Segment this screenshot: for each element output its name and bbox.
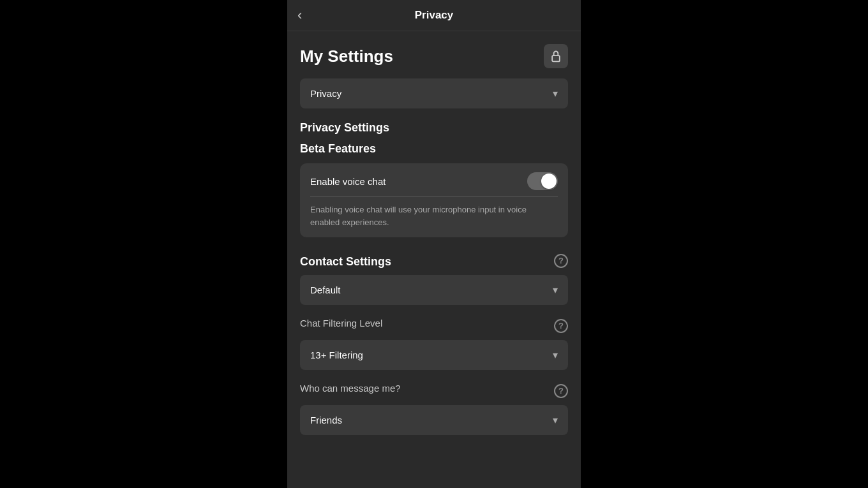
- category-dropdown-chevron: ▾: [553, 87, 558, 100]
- voice-chat-toggle-row: Enable voice chat: [310, 172, 558, 190]
- who-can-message-label: Who can message me?: [300, 383, 401, 394]
- beta-features-heading: Beta Features: [300, 142, 568, 156]
- voice-chat-label: Enable voice chat: [310, 176, 385, 187]
- voice-chat-toggle[interactable]: [527, 172, 558, 190]
- contact-settings-header-row: Contact Settings ?: [300, 253, 568, 269]
- back-button[interactable]: ‹: [297, 7, 302, 24]
- contact-settings-dropdown[interactable]: Default ▾: [300, 275, 568, 305]
- svg-rect-0: [552, 55, 560, 61]
- my-settings-title: My Settings: [300, 47, 393, 66]
- toggle-thumb: [541, 174, 557, 189]
- voice-chat-description: Enabling voice chat will use your microp…: [310, 205, 527, 227]
- who-can-message-header-row: Who can message me? ?: [300, 383, 568, 399]
- chat-filtering-label: Chat Filtering Level: [300, 318, 382, 329]
- main-content: My Settings Privacy ▾ Privacy Settings B…: [287, 31, 581, 488]
- chat-filtering-dropdown[interactable]: 13+ Filtering ▾: [300, 340, 568, 370]
- lock-button[interactable]: [544, 44, 568, 68]
- nav-bar: ‹ Privacy: [287, 0, 581, 31]
- contact-settings-dropdown-chevron: ▾: [553, 284, 558, 296]
- nav-title: Privacy: [415, 9, 454, 22]
- chat-filtering-dropdown-value: 13+ Filtering: [310, 350, 363, 360]
- my-settings-header: My Settings: [300, 44, 568, 68]
- contact-settings-dropdown-value: Default: [310, 285, 341, 295]
- beta-divider: [310, 196, 558, 197]
- who-can-message-dropdown[interactable]: Friends ▾: [300, 405, 568, 435]
- who-can-message-dropdown-chevron: ▾: [553, 414, 558, 426]
- category-dropdown-value: Privacy: [310, 88, 341, 99]
- contact-settings-heading: Contact Settings: [300, 255, 391, 269]
- beta-features-card: Enable voice chat Enabling voice chat wi…: [300, 163, 568, 237]
- lock-icon: [550, 50, 562, 63]
- category-dropdown[interactable]: Privacy ▾: [300, 78, 568, 108]
- back-icon: ‹: [297, 7, 302, 24]
- who-can-message-help-icon[interactable]: ?: [554, 384, 568, 398]
- chat-filtering-help-icon[interactable]: ?: [554, 319, 568, 333]
- chat-filtering-dropdown-chevron: ▾: [553, 349, 558, 361]
- who-can-message-dropdown-value: Friends: [310, 415, 342, 425]
- contact-settings-help-icon[interactable]: ?: [554, 254, 568, 268]
- privacy-settings-heading: Privacy Settings: [300, 121, 568, 135]
- phone-container: ‹ Privacy My Settings Privacy ▾ Privacy …: [287, 0, 581, 488]
- chat-filtering-header-row: Chat Filtering Level ?: [300, 318, 568, 334]
